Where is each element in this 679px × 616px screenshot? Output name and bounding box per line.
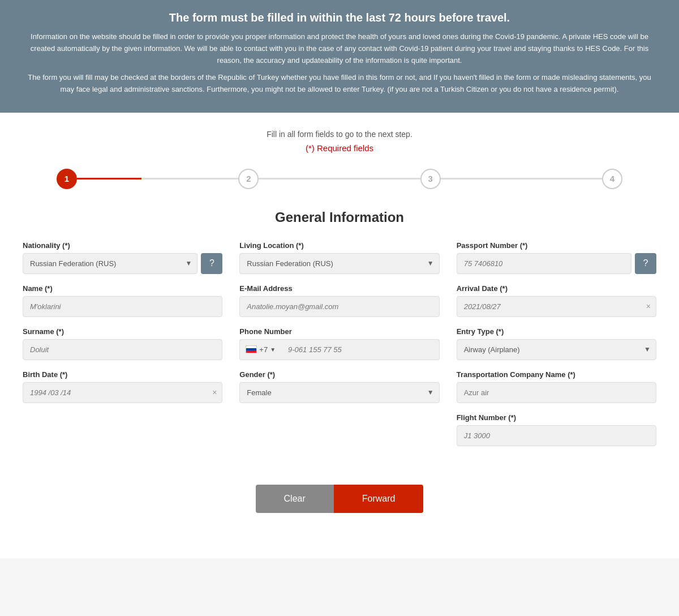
- entry-type-select[interactable]: Airway (Airplane): [457, 339, 656, 360]
- living-location-label: Living Location (*): [239, 241, 439, 250]
- form-column-3: Passport Number (*) ? Arrival Date (*) ×: [457, 241, 656, 456]
- email-group: E-Mail Address: [239, 284, 439, 317]
- arrival-date-wrapper: ×: [457, 296, 656, 317]
- phone-label: Phone Number: [239, 327, 439, 336]
- email-input[interactable]: [239, 296, 439, 317]
- passport-label: Passport Number (*): [457, 241, 656, 250]
- phone-input[interactable]: [281, 339, 440, 360]
- name-input[interactable]: [23, 296, 222, 317]
- forward-button[interactable]: Forward: [334, 485, 424, 513]
- section-title: General Information: [23, 209, 656, 225]
- birth-date-input[interactable]: [23, 382, 222, 403]
- buttons-area: Clear Forward: [23, 485, 656, 536]
- step-line-2: [259, 178, 420, 179]
- birth-date-group: Birth Date (*) ×: [23, 370, 222, 403]
- flight-number-label: Flight Number (*): [457, 413, 656, 422]
- arrival-date-group: Arrival Date (*) ×: [457, 284, 656, 317]
- phone-flag-icon: [246, 345, 257, 353]
- step-3-circle[interactable]: 3: [420, 169, 441, 189]
- entry-type-label: Entry Type (*): [457, 327, 656, 336]
- passport-row: ?: [457, 253, 656, 274]
- nationality-select[interactable]: Russian Federation (RUS): [23, 253, 197, 274]
- main-content: Fill in all form fields to go to the nex…: [0, 113, 679, 558]
- phone-prefix-arrow: ▼: [270, 346, 276, 353]
- header-paragraph2: The form you will fill may be checked at…: [23, 72, 656, 96]
- birth-date-wrapper: ×: [23, 382, 222, 403]
- living-location-group: Living Location (*) Russian Federation (…: [239, 241, 439, 274]
- passport-input-wrapper: [457, 253, 631, 274]
- entry-type-select-wrapper: Airway (Airplane) ▼: [457, 339, 656, 360]
- arrival-date-clear-icon[interactable]: ×: [646, 302, 651, 311]
- phone-row: +7 ▼: [239, 339, 439, 360]
- gender-select[interactable]: Female: [239, 382, 439, 403]
- clear-button[interactable]: Clear: [256, 485, 334, 513]
- arrival-date-label: Arrival Date (*): [457, 284, 656, 293]
- passport-group: Passport Number (*) ?: [457, 241, 656, 274]
- step-line-3: [441, 178, 602, 179]
- step-2-circle[interactable]: 2: [238, 169, 259, 189]
- flight-number-input[interactable]: [457, 425, 656, 446]
- step-1-circle[interactable]: 1: [57, 169, 77, 189]
- gender-label: Gender (*): [239, 370, 439, 379]
- header-title: The form must be filled in within the la…: [23, 11, 656, 24]
- name-label: Name (*): [23, 284, 222, 293]
- nationality-label: Nationality (*): [23, 241, 222, 250]
- form-column-2: Living Location (*) Russian Federation (…: [239, 241, 439, 456]
- name-group: Name (*): [23, 284, 222, 317]
- birth-date-label: Birth Date (*): [23, 370, 222, 379]
- form-column-1: Nationality (*) Russian Federation (RUS)…: [23, 241, 222, 456]
- transport-company-group: Transportation Company Name (*): [457, 370, 656, 403]
- email-label: E-Mail Address: [239, 284, 439, 293]
- birth-date-clear-icon[interactable]: ×: [212, 388, 217, 397]
- gender-group: Gender (*) Female ▼: [239, 370, 439, 403]
- phone-group: Phone Number +7 ▼: [239, 327, 439, 360]
- entry-type-group: Entry Type (*) Airway (Airplane) ▼: [457, 327, 656, 360]
- stepper: 1 2 3 4: [23, 169, 656, 189]
- header-banner: The form must be filled in within the la…: [0, 0, 679, 113]
- flight-number-group: Flight Number (*): [457, 413, 656, 446]
- step-line-1: [77, 178, 238, 179]
- passport-input[interactable]: [457, 253, 631, 274]
- nationality-help-button[interactable]: ?: [201, 253, 222, 274]
- gender-select-wrapper: Female ▼: [239, 382, 439, 403]
- living-location-select[interactable]: Russian Federation (RUS): [239, 253, 439, 274]
- transport-company-label: Transportation Company Name (*): [457, 370, 656, 379]
- form-grid: Nationality (*) Russian Federation (RUS)…: [23, 241, 656, 456]
- phone-prefix-button[interactable]: +7 ▼: [239, 339, 281, 360]
- surname-group: Surname (*): [23, 327, 222, 360]
- passport-help-button[interactable]: ?: [635, 253, 656, 274]
- header-paragraph1: Information on the website should be fil…: [23, 31, 656, 66]
- living-location-select-wrapper: Russian Federation (RUS) ▼: [239, 253, 439, 274]
- nationality-select-wrapper: Russian Federation (RUS) ▼: [23, 253, 197, 274]
- nationality-row: Russian Federation (RUS) ▼ ?: [23, 253, 222, 274]
- transport-company-input[interactable]: [457, 382, 656, 403]
- required-note: (*) Required fields: [23, 143, 656, 153]
- surname-input[interactable]: [23, 339, 222, 360]
- phone-prefix-text: +7: [259, 345, 268, 354]
- surname-label: Surname (*): [23, 327, 222, 336]
- step-instruction: Fill in all form fields to go to the nex…: [23, 130, 656, 139]
- nationality-group: Nationality (*) Russian Federation (RUS)…: [23, 241, 222, 274]
- arrival-date-input[interactable]: [457, 296, 656, 317]
- step-4-circle[interactable]: 4: [602, 169, 622, 189]
